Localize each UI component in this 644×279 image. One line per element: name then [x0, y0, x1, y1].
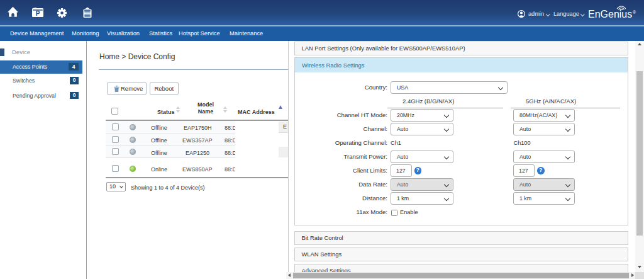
- svg-text:P: P: [36, 10, 40, 17]
